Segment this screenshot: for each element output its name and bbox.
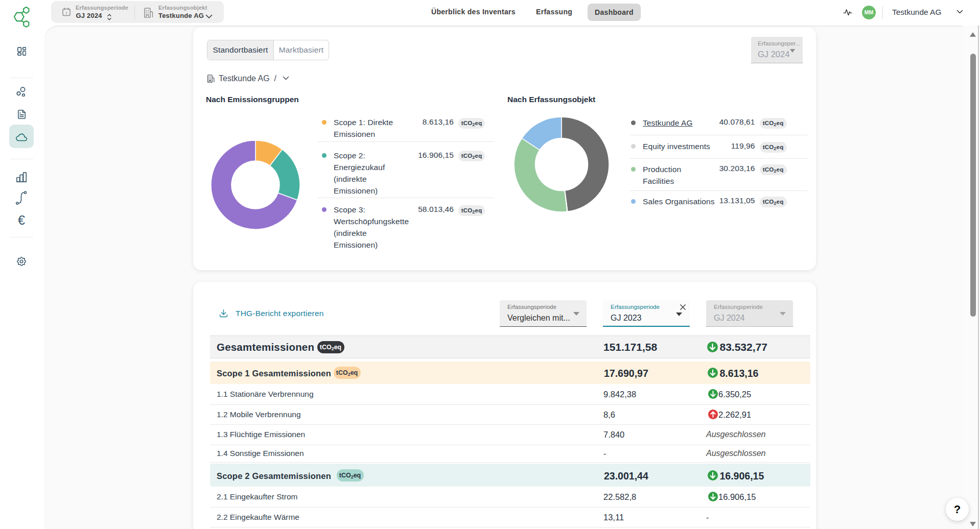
- svg-text:1: 1: [65, 11, 68, 15]
